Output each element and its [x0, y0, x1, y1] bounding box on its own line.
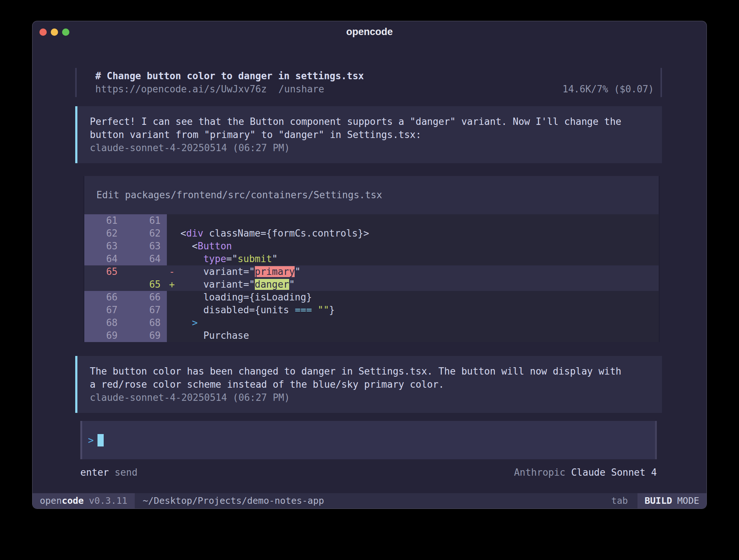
- code-segment: "": [318, 304, 329, 315]
- code-line: loading={isLoading}: [167, 291, 659, 304]
- app-name-open: open: [40, 495, 62, 506]
- app-version: v0.3.11: [89, 495, 127, 506]
- prompt-input[interactable]: >: [80, 421, 657, 459]
- session-subheader: https://opencode.ai/s/UwJxv76z/unshare 1…: [95, 83, 654, 96]
- message-text: Perfect! I can see that the Button compo…: [90, 115, 662, 141]
- old-line-number: 67: [84, 304, 126, 317]
- message-text: The button color has been changed to dan…: [90, 365, 662, 391]
- code-segment: ": [295, 266, 300, 277]
- tab-key-hint[interactable]: tab: [611, 493, 628, 509]
- unshare-command[interactable]: /unshare: [279, 84, 324, 95]
- diff-marker: -: [169, 265, 175, 278]
- edit-tool-card: Edit packages/frontend/src/containers/Se…: [83, 176, 660, 342]
- status-bar: opencodev0.3.11 ~/Desktop/Projects/demo-…: [32, 493, 707, 509]
- opencode-window: opencode # Change button color to danger…: [32, 21, 707, 509]
- text-cursor: [97, 434, 104, 446]
- old-line-number: 64: [84, 253, 126, 265]
- diff-row: 6262 <div className={formCs.controls}>: [84, 227, 659, 240]
- code-line: >: [167, 317, 659, 329]
- code-segment: submit: [238, 253, 272, 264]
- code-segment: className={formCs.controls}>: [203, 228, 369, 239]
- input-footer: enter send Anthropic Claude Sonnet 4: [80, 466, 657, 479]
- provider-label: Anthropic: [514, 467, 566, 478]
- new-line-number: 61: [126, 214, 167, 227]
- old-line-number: 69: [84, 329, 126, 342]
- code-line: [167, 214, 659, 227]
- send-hint: enter send: [80, 466, 138, 479]
- app-version-chip: opencodev0.3.11: [32, 493, 135, 509]
- code-segment: <: [169, 241, 198, 252]
- close-button[interactable]: [39, 28, 47, 36]
- code-line: <Button: [167, 240, 659, 253]
- code-segment: primary: [255, 266, 295, 277]
- new-line-number: [126, 265, 167, 278]
- old-line-number: [84, 278, 126, 291]
- build-mode-chip[interactable]: BUILDMODE: [637, 493, 707, 509]
- minimize-button[interactable]: [51, 28, 58, 36]
- model-label: Claude Sonnet 4: [571, 467, 657, 478]
- send-label: send: [115, 467, 138, 478]
- code-segment: <: [169, 228, 186, 239]
- old-line-number: 63: [84, 240, 126, 253]
- code-line: disabled={units === ""}: [167, 304, 659, 317]
- diff-row: 6666 loading={isLoading}: [84, 291, 659, 304]
- code-segment: danger: [255, 279, 289, 290]
- new-line-number: 64: [126, 253, 167, 265]
- diff-row: 6868 >: [84, 317, 659, 329]
- model-indicator: Anthropic Claude Sonnet 4: [514, 466, 657, 479]
- assistant-message-2: The button color has been changed to dan…: [75, 356, 662, 413]
- old-line-number: 61: [84, 214, 126, 227]
- code-segment: type: [203, 253, 226, 264]
- enter-key-hint: enter: [80, 467, 109, 478]
- new-line-number: 68: [126, 317, 167, 329]
- diff-marker: +: [169, 278, 175, 291]
- diff-row: 6464 type="submit": [84, 253, 659, 265]
- code-segment: loading={isLoading}: [169, 292, 312, 303]
- working-directory: ~/Desktop/Projects/demo-notes-app: [143, 493, 324, 509]
- message-model-timestamp: claude-sonnet-4-20250514 (06:27 PM): [90, 141, 662, 154]
- code-segment: [169, 317, 192, 328]
- new-line-number: 65: [126, 278, 167, 291]
- session-header: # Change button color to danger in setti…: [75, 68, 662, 97]
- diff-row: 65+ variant="danger": [84, 278, 659, 291]
- new-line-number: 67: [126, 304, 167, 317]
- prompt-caret: >: [88, 435, 94, 446]
- edit-file-title: Edit packages/frontend/src/containers/Se…: [84, 176, 659, 214]
- diff-row: 6969 Purchase: [84, 329, 659, 342]
- code-segment: [169, 253, 203, 264]
- token-stats: 14.6K/7% ($0.07): [563, 83, 654, 96]
- diff-row: 6161: [84, 214, 659, 227]
- code-segment: ": [289, 279, 295, 290]
- share-info: https://opencode.ai/s/UwJxv76z/unshare: [95, 83, 324, 96]
- app-name-code: code: [62, 495, 84, 506]
- code-line: <div className={formCs.controls}>: [167, 227, 659, 240]
- assistant-message-1: Perfect! I can see that the Button compo…: [75, 106, 662, 163]
- old-line-number: 68: [84, 317, 126, 329]
- titlebar: opencode: [32, 21, 707, 42]
- diff-row: 6767 disabled={units === ""}: [84, 304, 659, 317]
- window-title: opencode: [32, 21, 707, 42]
- traffic-lights: [39, 28, 69, 36]
- mode-build-label: BUILD: [645, 495, 672, 506]
- screen: opencode # Change button color to danger…: [0, 0, 739, 560]
- maximize-button[interactable]: [62, 28, 69, 36]
- mode-mode-label: MODE: [677, 495, 699, 506]
- diff-view: 61616262 <div className={formCs.controls…: [84, 214, 659, 342]
- main-content: # Change button color to danger in setti…: [32, 68, 707, 479]
- new-line-number: 62: [126, 227, 167, 240]
- code-segment: ===: [295, 304, 312, 315]
- new-line-number: 69: [126, 329, 167, 342]
- code-line: type="submit": [167, 253, 659, 265]
- code-segment: >: [192, 317, 198, 328]
- code-segment: Purchase: [169, 330, 249, 341]
- session-title: # Change button color to danger in setti…: [95, 69, 654, 83]
- code-segment: disabled={units: [169, 304, 295, 315]
- code-segment: variant=": [169, 266, 255, 277]
- statusbar-spacer: [324, 493, 612, 509]
- code-segment: div: [186, 228, 203, 239]
- share-url[interactable]: https://opencode.ai/s/UwJxv76z: [95, 84, 267, 95]
- code-line: Purchase: [167, 329, 659, 342]
- code-line: + variant="danger": [167, 278, 659, 291]
- new-line-number: 63: [126, 240, 167, 253]
- code-segment: [312, 304, 318, 315]
